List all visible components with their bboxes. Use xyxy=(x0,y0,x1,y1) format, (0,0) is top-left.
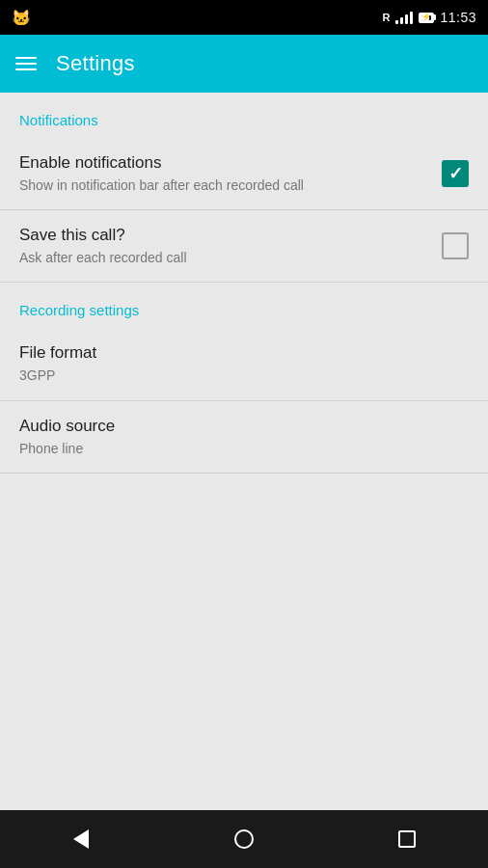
enable-notifications-item[interactable]: Enable notifications Show in notificatio… xyxy=(0,138,488,210)
file-format-text: File format 3GPP xyxy=(19,343,469,384)
home-button[interactable] xyxy=(215,810,273,868)
status-bar-right-icons: R ⚡ 11:53 xyxy=(383,10,477,25)
signal-icon xyxy=(395,11,413,24)
status-bar-left-icons: 🐱 xyxy=(12,9,31,27)
enable-notifications-title: Enable notifications xyxy=(19,153,426,173)
audio-source-item[interactable]: Audio source Phone line xyxy=(0,401,488,474)
home-icon xyxy=(234,829,254,849)
settings-content: Notifications Enable notifications Show … xyxy=(0,93,488,474)
audio-source-value: Phone line xyxy=(19,440,453,457)
file-format-title: File format xyxy=(19,343,453,363)
enable-notifications-subtitle: Show in notification bar after each reco… xyxy=(19,176,426,194)
enable-notifications-text: Enable notifications Show in notificatio… xyxy=(19,153,442,194)
navigation-bar xyxy=(0,810,488,868)
save-call-item[interactable]: Save this call? Ask after each recorded … xyxy=(0,210,488,283)
app-bar-title: Settings xyxy=(56,51,135,76)
save-call-title: Save this call? xyxy=(19,226,426,245)
app-bar: Settings xyxy=(0,35,488,93)
cat-icon: 🐱 xyxy=(12,9,31,27)
hamburger-menu-button[interactable] xyxy=(15,57,37,70)
save-call-text: Save this call? Ask after each recorded … xyxy=(19,226,442,266)
recents-icon xyxy=(398,830,416,848)
battery-icon: ⚡ xyxy=(419,13,434,23)
audio-source-title: Audio source xyxy=(19,417,453,436)
notifications-section-header: Notifications xyxy=(0,93,488,138)
audio-source-text: Audio source Phone line xyxy=(19,417,469,457)
status-bar: 🐱 R ⚡ 11:53 xyxy=(0,0,488,35)
save-call-subtitle: Ask after each recorded call xyxy=(19,249,426,266)
recording-settings-section-header: Recording settings xyxy=(0,283,488,328)
r-indicator: R xyxy=(383,12,391,23)
back-icon xyxy=(73,829,89,849)
recents-button[interactable] xyxy=(378,810,436,868)
checkmark-icon: ✓ xyxy=(448,165,463,182)
save-call-checkbox[interactable] xyxy=(442,232,469,259)
back-button[interactable] xyxy=(52,810,110,868)
file-format-value: 3GPP xyxy=(19,366,453,384)
file-format-item[interactable]: File format 3GPP xyxy=(0,328,488,400)
status-time: 11:53 xyxy=(440,10,476,25)
enable-notifications-checkbox[interactable]: ✓ xyxy=(442,160,469,187)
